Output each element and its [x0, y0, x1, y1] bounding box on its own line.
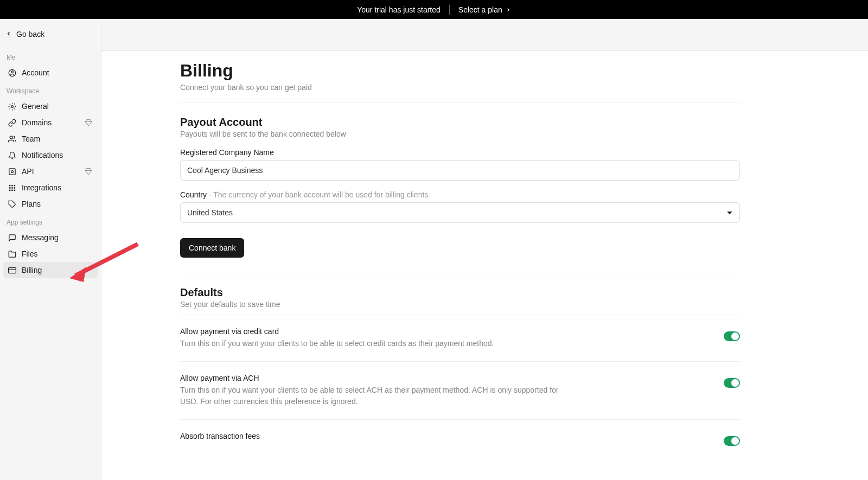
message-icon: [8, 233, 16, 242]
sidebar-section-app-settings: App settings: [2, 212, 99, 229]
bell-icon: [8, 151, 16, 159]
sidebar: Go back Me Account Workspace General Dom…: [0, 19, 101, 480]
sidebar-item-domains[interactable]: Domains: [3, 114, 98, 131]
svg-rect-8: [14, 184, 15, 186]
svg-rect-4: [9, 168, 15, 174]
toggle-ach[interactable]: [724, 378, 740, 388]
select-plan-label: Select a plan: [458, 5, 502, 14]
payout-subtitle: Payouts will be sent to the bank connect…: [180, 130, 740, 138]
sidebar-item-label: Account: [22, 68, 93, 77]
svg-rect-11: [14, 187, 15, 189]
gear-icon: [8, 102, 16, 111]
sidebar-item-label: Domains: [22, 118, 79, 127]
link-icon: [8, 118, 16, 127]
tag-icon: [8, 200, 16, 208]
sidebar-item-team[interactable]: Team: [3, 131, 98, 147]
diamond-icon: [85, 119, 92, 126]
select-plan-link[interactable]: Select a plan: [458, 5, 511, 14]
toggle-absorb-fees[interactable]: [724, 436, 740, 446]
page-title: Billing: [180, 61, 740, 81]
svg-rect-9: [9, 187, 10, 189]
sidebar-item-files[interactable]: Files: [3, 246, 98, 262]
sidebar-item-messaging[interactable]: Messaging: [3, 229, 98, 246]
sidebar-item-label: Integrations: [22, 183, 93, 192]
svg-point-1: [11, 71, 13, 73]
connect-bank-button[interactable]: Connect bank: [180, 238, 244, 258]
go-back-label: Go back: [16, 30, 44, 39]
sidebar-item-label: Messaging: [22, 233, 93, 242]
defaults-subtitle: Set your defaults to save time: [180, 300, 740, 309]
chevron-right-icon: [506, 5, 511, 14]
sidebar-item-label: Files: [22, 249, 93, 258]
sidebar-item-general[interactable]: General: [3, 98, 98, 114]
sidebar-item-label: Billing: [22, 266, 93, 274]
country-label: Country - The currency of your bank acco…: [180, 190, 740, 199]
chevron-left-icon: [5, 30, 12, 39]
country-label-text: Country: [180, 190, 207, 199]
setting-credit-card: Allow payment via credit card Turn this …: [180, 315, 740, 362]
setting-desc: Turn this on if you want your clients to…: [180, 385, 571, 407]
sidebar-section-me: Me: [2, 47, 99, 65]
sidebar-item-label: Notifications: [22, 151, 93, 159]
caret-down-icon: [726, 208, 733, 217]
sidebar-section-workspace: Workspace: [2, 81, 99, 98]
country-select[interactable]: United States: [180, 202, 740, 223]
svg-rect-16: [8, 267, 16, 273]
defaults-title: Defaults: [180, 286, 740, 299]
svg-point-5: [11, 170, 13, 172]
company-name-input[interactable]: [180, 160, 740, 181]
svg-rect-7: [11, 184, 13, 186]
sidebar-item-api[interactable]: API: [3, 163, 98, 180]
sidebar-item-label: General: [22, 102, 93, 111]
setting-ach: Allow payment via ACH Turn this on if yo…: [180, 362, 740, 420]
sidebar-item-billing[interactable]: Billing: [3, 262, 98, 278]
api-icon: [8, 167, 16, 176]
sidebar-item-label: Plans: [22, 200, 93, 208]
grid-icon: [8, 183, 16, 192]
user-circle-icon: [8, 68, 16, 77]
payout-title: Payout Account: [180, 116, 740, 129]
svg-point-3: [10, 136, 12, 138]
svg-rect-12: [9, 189, 10, 191]
setting-title: Allow payment via credit card: [180, 327, 571, 336]
go-back-link[interactable]: Go back: [2, 23, 99, 47]
setting-title: Allow payment via ACH: [180, 374, 571, 382]
svg-rect-10: [11, 187, 13, 189]
svg-point-2: [11, 105, 13, 107]
sidebar-item-label: API: [22, 167, 79, 176]
credit-card-icon: [8, 266, 16, 274]
topbar-divider: [449, 5, 450, 15]
company-name-label: Registered Company Name: [180, 148, 740, 157]
country-hint: - The currency of your bank account will…: [207, 190, 428, 199]
sidebar-item-label: Team: [22, 135, 93, 143]
trial-text: Your trial has just started: [357, 5, 441, 14]
sidebar-item-notifications[interactable]: Notifications: [3, 147, 98, 163]
setting-title: Absorb transaction fees: [180, 432, 571, 440]
setting-absorb-fees: Absorb transaction fees: [180, 420, 740, 458]
toggle-credit-card[interactable]: [724, 331, 740, 341]
page-subtitle: Connect your bank so you can get paid: [180, 83, 740, 92]
setting-desc: Turn this on if you want your clients to…: [180, 338, 571, 349]
sidebar-item-plans[interactable]: Plans: [3, 196, 98, 212]
trial-banner: Your trial has just started Select a pla…: [0, 0, 868, 19]
main-content: Billing Connect your bank so you can get…: [101, 50, 868, 480]
sidebar-item-integrations[interactable]: Integrations: [3, 180, 98, 196]
svg-rect-13: [11, 189, 13, 191]
country-value: United States: [187, 208, 233, 217]
svg-rect-14: [14, 189, 15, 191]
folder-icon: [8, 249, 16, 258]
sidebar-item-account[interactable]: Account: [3, 65, 98, 81]
svg-rect-6: [9, 184, 10, 186]
diamond-icon: [85, 168, 92, 175]
team-icon: [8, 135, 16, 143]
